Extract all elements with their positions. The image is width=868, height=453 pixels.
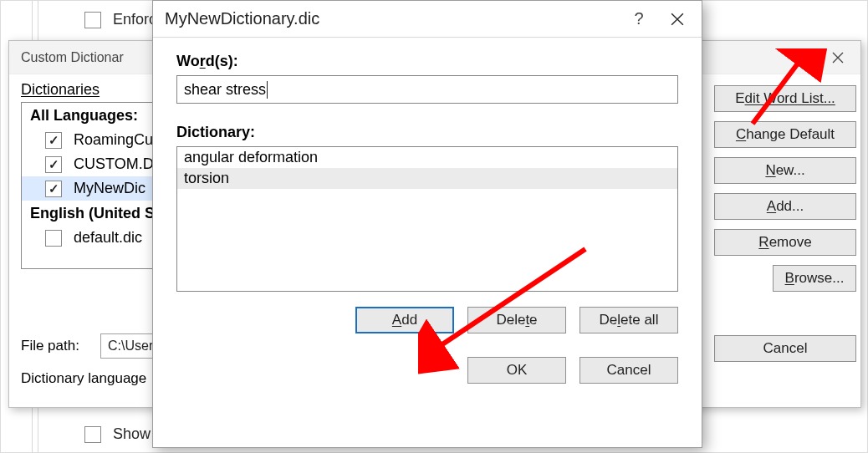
dictionary-list-label: Dictionary: — [176, 124, 678, 141]
cancel-custom-button[interactable]: Cancel — [714, 335, 856, 362]
delete-all-button[interactable]: Delete all — [580, 307, 678, 333]
word-field-label: Word(s): — [176, 53, 678, 70]
edit-dictionary-title: MyNewDictionary.dic — [165, 9, 319, 28]
edit-word-list-button[interactable]: Edit Word List... — [714, 85, 856, 112]
browse-button[interactable]: Browse... — [773, 265, 856, 292]
file-path-label: File path: — [21, 338, 100, 354]
custom-dict-buttons: Edit Word List... Change Default New... … — [714, 85, 856, 362]
enforce-checkbox[interactable] — [84, 12, 101, 28]
help-icon[interactable]: ? — [780, 41, 819, 74]
checkbox-icon[interactable] — [45, 230, 62, 247]
list-item[interactable]: torsion — [177, 168, 677, 189]
edit-dictionary-dialog: MyNewDictionary.dic ? Word(s): shear str… — [152, 0, 702, 448]
custom-dictionaries-title: Custom Dictionar — [21, 50, 124, 65]
ok-button[interactable]: OK — [467, 357, 566, 384]
add-word-button[interactable]: Add — [355, 307, 454, 333]
close-icon[interactable] — [658, 3, 697, 36]
list-item[interactable]: angular deformation — [177, 147, 677, 168]
show-checkbox[interactable] — [84, 426, 101, 443]
delete-word-button[interactable]: Delete — [467, 307, 566, 333]
remove-button[interactable]: Remove — [714, 229, 856, 256]
change-default-button[interactable]: Change Default — [714, 121, 856, 148]
checkbox-icon[interactable] — [45, 156, 62, 173]
enforce-checkbox-row[interactable]: Enforc — [84, 11, 156, 28]
new-button[interactable]: New... — [714, 157, 856, 184]
checkbox-icon[interactable] — [45, 132, 62, 149]
enforce-label: Enforc — [113, 11, 156, 28]
checkbox-icon[interactable] — [45, 181, 62, 197]
cancel-button[interactable]: Cancel — [580, 357, 678, 384]
close-icon[interactable] — [819, 41, 857, 74]
dictionary-entries-listbox[interactable]: angular deformation torsion — [176, 146, 678, 292]
show-label: Show — [113, 425, 151, 443]
add-dict-button[interactable]: Add... — [714, 193, 856, 220]
word-input[interactable]: shear stress — [176, 75, 678, 104]
show-checkbox-row[interactable]: Show — [84, 425, 151, 443]
edit-dictionary-titlebar: MyNewDictionary.dic ? — [153, 1, 702, 38]
help-icon[interactable]: ? — [620, 3, 658, 36]
